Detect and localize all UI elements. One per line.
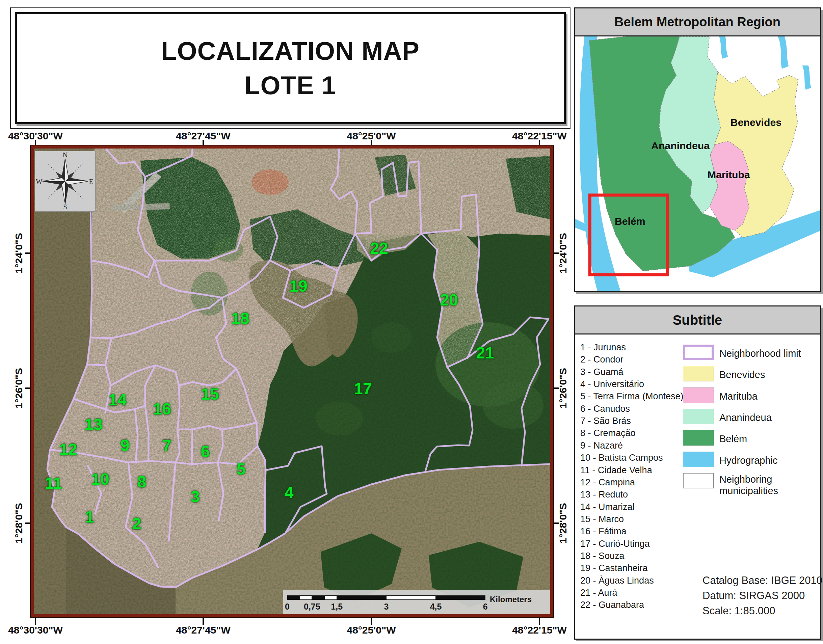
- latitude-label-right: 1°28'0"S: [558, 503, 568, 543]
- map-number: 2: [132, 516, 141, 532]
- legend-item-label: Neighboring municipalities: [719, 474, 818, 497]
- legend-swatch: [683, 345, 714, 360]
- legend-swatch: [683, 366, 714, 382]
- map-number: 11: [45, 475, 62, 491]
- neighborhood-list-item: 19 - Castanheira: [580, 564, 648, 573]
- scalebar-segment: [300, 595, 312, 600]
- legend-swatch: [683, 473, 714, 488]
- scalebar: 00,751,534,56 Kilometers: [283, 590, 550, 614]
- legend-swatch: [683, 388, 714, 403]
- neighborhood-list-item: 3 - Guamá: [580, 368, 624, 377]
- map-number: 4: [285, 485, 294, 501]
- map-number: 1: [85, 509, 94, 525]
- neighborhood-list-item: 13 - Reduto: [580, 490, 628, 499]
- neighborhood-list-item: 16 - Fátima: [580, 527, 627, 536]
- map-title-box: LOCALIZATION MAP LOTE 1: [10, 8, 570, 129]
- map-number: 21: [476, 345, 494, 361]
- map-number: 10: [91, 471, 109, 488]
- neighborhood-list-item: 20 - Àguas Lindas: [580, 576, 654, 585]
- scalebar-tick-label: 0,75: [304, 603, 320, 611]
- subtitle-body: 1 - Jurunas2 - Condor3 - Guamá4 - Univer…: [575, 334, 820, 639]
- satellite-map: [34, 149, 550, 614]
- page-subtitle: LOTE 1: [244, 72, 336, 98]
- latitude-tick: [552, 523, 559, 524]
- inset-region-label: Ananindeua: [651, 140, 710, 151]
- map-number: 5: [237, 461, 246, 477]
- metro-inset-svg: AnanindeuaBenevidesMaritubaBelém: [575, 37, 820, 291]
- page-title: LOCALIZATION MAP: [161, 38, 420, 64]
- satellite-map-frame: [31, 146, 553, 617]
- latitude-tick: [552, 253, 559, 254]
- latitude-label-right: 1°24'0"S: [558, 233, 568, 273]
- scalebar-segment: [337, 595, 386, 600]
- neighborhood-list-item: 5 - Terra Firma (Montese): [580, 392, 684, 401]
- neighborhood-list-item: 22 - Guanabara: [580, 601, 644, 610]
- terrain-noise-texture: [34, 149, 550, 614]
- neighborhood-list-item: 18 - Souza: [580, 552, 625, 561]
- neighborhood-list-item: 11 - Cidade Velha: [580, 466, 652, 475]
- legend-item-label: Neighborhood limit: [719, 348, 818, 359]
- neighborhood-list-item: 9 - Nazaré: [580, 441, 623, 450]
- scalebar-segment: [312, 595, 324, 600]
- subtitle-header: Subtitle: [575, 307, 820, 334]
- legend-item-label: Ananindeua: [719, 412, 818, 423]
- longitude-label-bottom: 48°25'0"W: [347, 625, 395, 635]
- compass-e-label: E: [89, 178, 93, 186]
- metropolitan-region-header: Belem Metropolitan Region: [575, 8, 820, 37]
- neighborhood-list-item: 4 - Universitário: [580, 380, 644, 389]
- map-number: 19: [289, 278, 307, 294]
- scale-note: Scale: 1:85.000: [702, 606, 775, 616]
- longitude-tick: [35, 618, 36, 625]
- scalebar-tick-label: 4,5: [430, 603, 442, 611]
- scalebar-tick-label: 6: [483, 603, 488, 611]
- scalebar-unit-label: Kilometers: [490, 595, 532, 604]
- legend-swatch: [683, 452, 714, 467]
- datum-note: Datum: SIRGAS 2000: [702, 590, 805, 601]
- compass-box: N E S W: [35, 151, 95, 212]
- scalebar-segment: [436, 595, 486, 600]
- longitude-tick: [202, 618, 204, 625]
- compass-w-label: W: [36, 178, 43, 186]
- map-number: 20: [440, 292, 458, 308]
- map-number: 16: [153, 401, 171, 417]
- map-number: 3: [191, 489, 200, 505]
- scalebar-segment: [324, 595, 337, 600]
- neighborhood-list-item: 21 - Aurá: [580, 588, 618, 597]
- map-number: 9: [121, 437, 130, 454]
- neighborhood-list-item: 12 - Campina: [580, 478, 635, 487]
- scalebar-segment: [287, 595, 300, 600]
- neighborhood-list-item: 10 - Batista Campos: [580, 453, 663, 462]
- neighborhood-list-item: 1 - Jurunas: [580, 343, 626, 352]
- latitude-label-left: 1°26'0"S: [14, 368, 24, 408]
- inset-region-label: Belém: [615, 216, 645, 227]
- compass-rose-icon: N E S W: [35, 151, 95, 211]
- map-number: 12: [59, 442, 77, 458]
- legend-item-label: Benevides: [719, 369, 818, 380]
- latitude-label-left: 1°28'0"S: [14, 503, 24, 543]
- catalog-base-note: Catalog Base: IBGE 2010: [702, 575, 822, 586]
- map-number: 22: [370, 240, 388, 256]
- neighborhood-list-item: 17 - Curió-Utinga: [580, 539, 650, 549]
- compass-s-label: S: [63, 203, 67, 211]
- map-number: 14: [108, 392, 126, 408]
- inset-region-label: Benevides: [731, 117, 782, 128]
- neighborhood-list-item: 8 - Cremação: [580, 429, 636, 438]
- latitude-label-left: 1°24'0"S: [14, 233, 24, 273]
- neighborhood-list-item: 7 - São Brás: [580, 417, 631, 426]
- latitude-tick: [552, 388, 559, 389]
- latitude-label-right: 1°26'0"S: [558, 368, 568, 408]
- map-number: 13: [84, 417, 102, 433]
- legend-item-label: Hydrographic: [719, 455, 818, 466]
- longitude-label-bottom: 48°27'45"W: [176, 625, 231, 635]
- compass-n-label: N: [63, 151, 67, 159]
- map-title-inner-frame: LOCALIZATION MAP LOTE 1: [15, 12, 566, 124]
- map-number: 18: [231, 311, 249, 327]
- metropolitan-region-map: AnanindeuaBenevidesMaritubaBelém: [575, 37, 820, 291]
- longitude-tick: [371, 618, 372, 625]
- legend-item-label: Marituba: [719, 391, 818, 402]
- scalebar-segment: [386, 595, 436, 600]
- legend-item-label: Belém: [719, 433, 818, 445]
- map-number: 17: [354, 381, 372, 397]
- map-number: 15: [201, 386, 219, 402]
- legend-swatch: [683, 430, 714, 446]
